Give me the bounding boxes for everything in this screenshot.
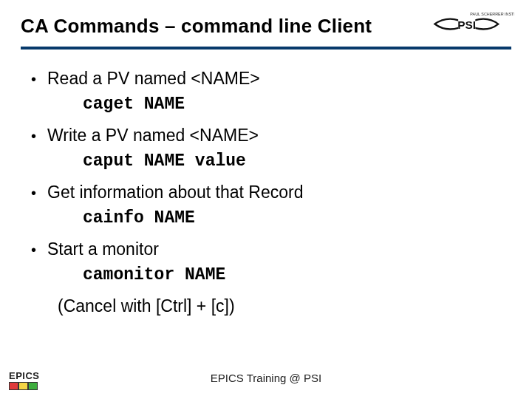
content: • Read a PV named <NAME> caget NAME • Wr…: [21, 66, 511, 320]
list-item: • Get information about that Record cain…: [31, 180, 511, 231]
slide: CA Commands – command line Client PAUL S…: [0, 0, 532, 399]
bullet-icon: •: [31, 125, 47, 148]
title-row: CA Commands – command line Client PAUL S…: [21, 15, 511, 45]
list-item: • Write a PV named <NAME> caput NAME val…: [31, 123, 511, 174]
item-command: caget NAME: [31, 92, 511, 117]
bullet-icon: •: [31, 239, 47, 262]
item-command: camonitor NAME: [31, 263, 511, 287]
item-command: cainfo NAME: [31, 206, 511, 231]
list-item: • Start a monitor camonitor NAME: [31, 236, 511, 287]
item-description: Start a monitor: [47, 236, 159, 263]
item-description: Get information about that Record: [47, 180, 303, 206]
psi-logo: PAUL SCHERRER INSTITUT PSI: [433, 10, 514, 35]
bullet-icon: •: [31, 68, 47, 91]
item-command: caput NAME value: [31, 149, 511, 174]
item-description: Write a PV named <NAME>: [47, 123, 259, 149]
item-description: Read a PV named <NAME>: [47, 66, 260, 92]
bullet-icon: •: [31, 182, 47, 205]
footer: EPICS EPICS Training @ PSI: [0, 359, 532, 392]
psi-institute-text: PAUL SCHERRER INSTITUT: [470, 12, 514, 16]
footer-text: EPICS Training @ PSI: [0, 372, 532, 384]
psi-logo-text: PSI: [457, 18, 476, 31]
cancel-note: (Cancel with [Ctrl] + [c]): [31, 293, 511, 320]
list-item: • Read a PV named <NAME> caget NAME: [31, 66, 511, 117]
title-divider: [21, 47, 511, 50]
